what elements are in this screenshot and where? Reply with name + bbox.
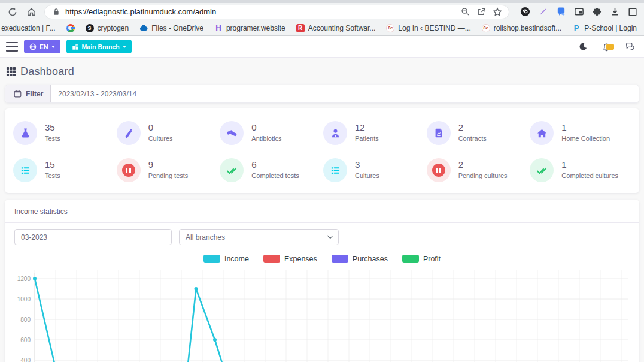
bookmark-cryptogen[interactable]: S cryptogen [86, 24, 129, 32]
legend-label: Income [224, 255, 249, 263]
picture-in-picture-icon[interactable] [573, 7, 584, 17]
stat-completed-cultures: 1Completed cultures [530, 158, 633, 182]
side-panel-icon[interactable] [627, 7, 638, 17]
bookmark-programer-website[interactable]: H programer.website [214, 24, 285, 32]
stat-label: Completed cultures [561, 172, 618, 179]
stat-value: 35 [45, 122, 60, 132]
notification-badge [606, 44, 614, 50]
stat-label: Antibiotics [251, 135, 281, 142]
page-title-row: Dashboard [5, 58, 639, 85]
legend-swatch-purchases [332, 255, 348, 263]
language-button[interactable]: EN [24, 40, 60, 53]
notifications-bell-icon[interactable] [600, 41, 612, 53]
share-icon[interactable] [476, 7, 487, 17]
home-icon [530, 121, 554, 145]
stat-value: 3 [355, 159, 379, 170]
stat-cultures-period: 3Cultures [323, 158, 427, 182]
stat-cultures-total: 0Cultures [117, 121, 220, 145]
chevron-down-icon [327, 233, 333, 239]
stat-label: Patients [355, 135, 379, 142]
bookmark-google[interactable] [66, 24, 75, 32]
accounting-favicon-icon: R [296, 24, 305, 32]
chat-icon[interactable] [624, 41, 636, 53]
patient-icon [323, 121, 347, 145]
app-header: EN Main Branch [0, 36, 644, 58]
branch-select[interactable]: All branches [179, 229, 339, 245]
legend-label: Purchases [353, 255, 388, 263]
double-check-icon [220, 158, 244, 182]
filter-card: Filter [5, 85, 639, 103]
extension-pen-icon[interactable] [537, 7, 548, 17]
y-axis-tick-label: 400 [20, 357, 31, 362]
stat-value: 1 [561, 122, 610, 132]
address-bar[interactable]: https://ediagnostic.platinumduck.com/adm… [44, 5, 509, 19]
extensions-puzzle-icon[interactable] [591, 7, 602, 17]
branch-icon [72, 43, 79, 50]
google-favicon-icon [66, 24, 75, 32]
bookmark-login-bestind[interactable]: 8e Log In ‹ BESTIND —... [386, 24, 470, 32]
stat-label: Cultures [148, 135, 173, 142]
income-chart: 12001000800600400 [14, 266, 630, 362]
globe-icon [29, 43, 37, 50]
stat-label: Cultures [355, 172, 379, 179]
bookmark-accounting-software[interactable]: R Accounting Softwar... [296, 24, 376, 32]
menu-hamburger-icon[interactable] [6, 42, 18, 52]
bookmark-label: Accounting Softwar... [308, 24, 376, 32]
contract-file-icon [427, 121, 451, 145]
legend-profit[interactable]: Profit [402, 255, 441, 263]
branch-button[interactable]: Main Branch [66, 40, 132, 53]
legend-purchases[interactable]: Purchases [332, 255, 388, 263]
extension-loop-icon[interactable] [520, 7, 530, 17]
bookmark-label: cryptogen [98, 24, 129, 32]
bookmark-exeducation[interactable]: exeducation | F... [1, 24, 56, 32]
extension-copilot-icon[interactable] [555, 7, 566, 17]
bookmark-pschool-login[interactable]: P P-School | Login [572, 24, 637, 32]
branch-label: Main Branch [82, 43, 120, 50]
bookmark-label: Log In ‹ BESTIND —... [398, 24, 470, 32]
stat-label: Pending cultures [458, 172, 508, 179]
legend-income[interactable]: Income [203, 255, 249, 263]
bookmark-label: Files - OneDrive [151, 24, 203, 32]
income-statistics-card: Income statistics All branches Income Ex… [5, 200, 639, 362]
bookmark-rollshop-bestindsoft[interactable]: 8e rollshop.bestindsoft... [482, 24, 561, 32]
legend-expenses[interactable]: Expenses [263, 255, 317, 263]
stats-card: 35Tests 0Cultures 0Antibiotics 12Patient… [5, 108, 639, 193]
income-chart-svg: 12001000800600400 [14, 266, 630, 362]
reload-icon[interactable] [7, 7, 18, 17]
data-point-marker [195, 287, 198, 291]
programer-favicon-icon: H [214, 24, 223, 32]
onedrive-cloud-icon [139, 24, 148, 32]
stat-value: 6 [251, 159, 299, 170]
chevron-down-icon [123, 46, 126, 48]
chevron-down-icon [51, 46, 55, 48]
chart-legend: Income Expenses Purchases Profit [14, 254, 630, 263]
legend-swatch-expenses [263, 255, 280, 263]
bookmark-label: P-School | Login [584, 24, 637, 32]
stats-grid: 35Tests 0Cultures 0Antibiotics 12Patient… [13, 121, 633, 182]
list-icon [13, 158, 37, 182]
test-tube-icon [117, 121, 141, 145]
date-range-input[interactable] [51, 85, 639, 102]
stat-value: 2 [458, 122, 487, 132]
zoom-icon[interactable] [460, 7, 470, 17]
pause-icon [427, 158, 451, 182]
extensions-row [520, 7, 638, 17]
stat-label: Contracts [458, 135, 487, 142]
dashboard-page: Dashboard Filter 35Tests 0Cultures [0, 58, 644, 362]
dark-mode-moon-icon[interactable] [577, 41, 589, 53]
bookmark-label: rollshop.bestindsoft... [494, 24, 561, 32]
stat-value: 1 [561, 159, 618, 170]
month-input[interactable] [14, 229, 172, 245]
capsules-icon [220, 121, 244, 145]
bookmark-star-icon[interactable] [492, 7, 503, 17]
legend-label: Profit [423, 255, 441, 263]
bookmark-onedrive[interactable]: Files - OneDrive [139, 24, 203, 32]
downloads-icon[interactable] [609, 7, 620, 17]
bookmark-label: exeducation | F... [1, 24, 56, 32]
url-text[interactable]: https://ediagnostic.platinumduck.com/adm… [65, 7, 454, 16]
home-icon[interactable] [26, 7, 37, 17]
stat-antibiotics-total: 0Antibiotics [220, 121, 323, 145]
pschool-favicon-icon: P [572, 24, 581, 32]
filter-label: Filter [26, 90, 43, 98]
list-icon [323, 158, 347, 182]
